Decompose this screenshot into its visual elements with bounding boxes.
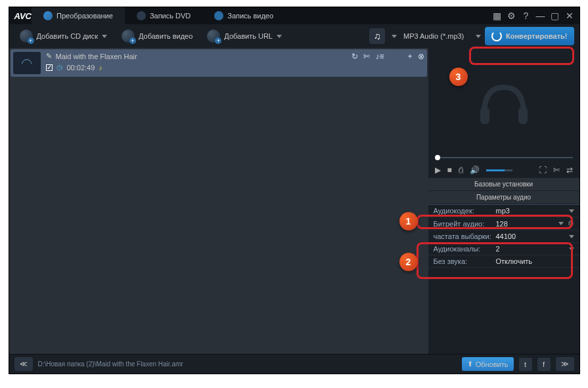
gear-icon[interactable]: ⚙ (568, 219, 574, 228)
add-cd-label: Добавить CD диск (37, 32, 99, 40)
cut-button[interactable]: ✄ (553, 165, 560, 175)
chevron-down-icon[interactable] (392, 35, 397, 38)
footer: ≪ D:\Новая папка (2)\Maid with the Flaxe… (9, 354, 579, 374)
refresh-icon (491, 31, 502, 41)
mute-label: Без звука: (434, 257, 496, 265)
channels-label: Аудиоканалы: (434, 245, 496, 253)
tab-dvd[interactable]: Запись DVD (125, 7, 202, 24)
chevron-down-icon (277, 35, 282, 38)
titlebar: AVC Преобразование Запись DVD Запись вид… (9, 7, 579, 24)
maximize-button[interactable]: ▢ (551, 11, 560, 20)
music-icon: ♪ (99, 64, 102, 72)
facebook-icon[interactable]: f (537, 358, 551, 371)
twitter-icon[interactable]: t (519, 358, 532, 371)
help-icon[interactable]: ? (522, 11, 531, 20)
tab-convert[interactable]: Преобразование (32, 7, 125, 24)
headphones-icon (471, 74, 537, 127)
chevron-down-icon (102, 35, 107, 38)
add-video-label: Добавить видео (139, 32, 192, 40)
samplerate-value[interactable]: 44100 (496, 232, 569, 240)
param-samplerate: частата выбарки:44100 (428, 230, 579, 243)
badge-1: 1 (399, 212, 418, 230)
tab-dvd-label: Запись DVD (150, 12, 191, 20)
convert-button[interactable]: Конвертировать! (485, 27, 574, 45)
param-bitrate: Битрейт аудио:128⚙ (428, 217, 579, 230)
samplerate-label: частата выбарки: (434, 232, 496, 240)
param-codec: Аудиокодек:mp3 (428, 205, 579, 217)
convert-label: Конвертировать! (506, 32, 568, 40)
file-list: ◠ ✎Maid with the Flaxen Hair ◷00:02:49♪ … (9, 48, 428, 354)
bitrate-value[interactable]: 128 (496, 220, 558, 228)
volume-icon[interactable]: 🔊 (470, 165, 480, 175)
headphones-icon: ◠ (13, 52, 41, 74)
stop-button[interactable]: ■ (447, 165, 452, 175)
format-selected[interactable]: MP3 Audio (*.mp3) (403, 32, 469, 40)
svg-rect-1 (518, 107, 528, 124)
record-icon (214, 11, 223, 20)
output-path[interactable]: D:\Новая папка (2)\Maid with the Flaxen … (38, 360, 457, 368)
app-logo: AVC (14, 11, 32, 21)
volume-slider[interactable] (486, 169, 512, 171)
minimize-button[interactable]: — (536, 11, 545, 20)
snapshot-button[interactable]: ⎙ (459, 165, 463, 175)
chevron-down-icon[interactable] (476, 35, 481, 38)
tab-convert-label: Преобразование (57, 12, 113, 20)
add-cd-button[interactable]: Добавить CD диск (14, 27, 113, 45)
tab-record-label: Запись видео (227, 12, 273, 20)
param-mute: Без звука:Отключить (428, 255, 579, 268)
add-video-button[interactable]: Добавить видео (116, 27, 198, 45)
section-audio[interactable]: Параметры аудио (428, 191, 579, 204)
toolbar: Добавить CD диск Добавить видео Добавить… (9, 24, 579, 48)
item-title: Maid with the Flaxen Hair (56, 53, 137, 60)
badge-3: 3 (449, 68, 468, 86)
remove-icon[interactable]: ⊗ (418, 52, 424, 61)
add-url-button[interactable]: Добавить URL (202, 27, 287, 45)
fullscreen-button[interactable]: ⛶ (539, 165, 547, 175)
edit-icon[interactable]: ✎ (46, 52, 52, 60)
param-channels: Аудиоканалы:2 (428, 243, 579, 255)
chevron-down-icon[interactable] (569, 248, 574, 251)
channels-value[interactable]: 2 (496, 245, 569, 253)
gear-icon[interactable]: ⚙ (507, 11, 516, 20)
update-label: Обновить (476, 360, 509, 368)
video-icon (122, 30, 135, 43)
checkbox[interactable] (46, 64, 53, 71)
preview (428, 48, 579, 153)
play-button[interactable]: ▶ (435, 165, 441, 175)
playlist-icon[interactable]: ♪≡ (375, 52, 384, 61)
cd-icon (20, 30, 33, 43)
convert-icon (43, 11, 53, 20)
chevron-down-icon[interactable] (569, 235, 574, 238)
dvd-icon (137, 11, 146, 20)
badge-2: 2 (399, 253, 418, 271)
codec-label: Аудиокодек: (434, 207, 496, 215)
chevron-down-icon[interactable] (569, 209, 574, 213)
update-button[interactable]: ⬆Обновить (462, 357, 514, 371)
refresh-icon[interactable]: ↻ (351, 52, 358, 61)
item-duration: 00:02:49 (67, 64, 95, 72)
section-basic[interactable]: Базовые установки (428, 178, 579, 191)
loop-button[interactable]: ⇄ (566, 165, 573, 175)
chevron-down-icon[interactable] (558, 222, 564, 225)
collapse-button[interactable]: ≪ (14, 357, 33, 371)
bitrate-label: Битрейт аудио: (434, 220, 496, 228)
settings-icon[interactable]: ▦ (493, 11, 502, 20)
right-panel: ▶ ■ ⎙ 🔊 ⛶ ✄ ⇄ Базовые установки Параметр… (428, 48, 579, 354)
add-url-label: Добавить URL (224, 32, 273, 40)
url-icon (207, 30, 220, 43)
cut-icon[interactable]: ✄ (363, 52, 370, 61)
seek-bar[interactable] (428, 153, 579, 162)
add-icon[interactable]: + (407, 52, 412, 61)
tab-record[interactable]: Запись видео (202, 7, 285, 24)
list-item[interactable]: ◠ ✎Maid with the Flaxen Hair ◷00:02:49♪ … (11, 49, 427, 77)
expand-button[interactable]: ≫ (556, 357, 574, 371)
clock-icon: ◷ (57, 63, 63, 72)
mute-value[interactable]: Отключить (496, 257, 574, 265)
svg-rect-0 (480, 107, 489, 124)
format-icon[interactable]: ♫ (369, 28, 385, 44)
close-button[interactable]: ✕ (565, 11, 574, 20)
codec-value[interactable]: mp3 (496, 207, 569, 215)
